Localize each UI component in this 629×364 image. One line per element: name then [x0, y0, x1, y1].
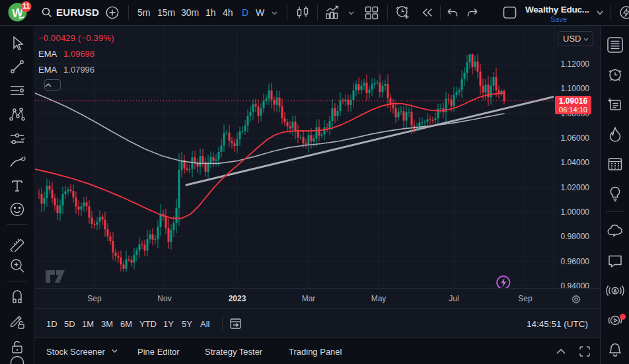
svg-text:11: 11: [22, 2, 30, 10]
